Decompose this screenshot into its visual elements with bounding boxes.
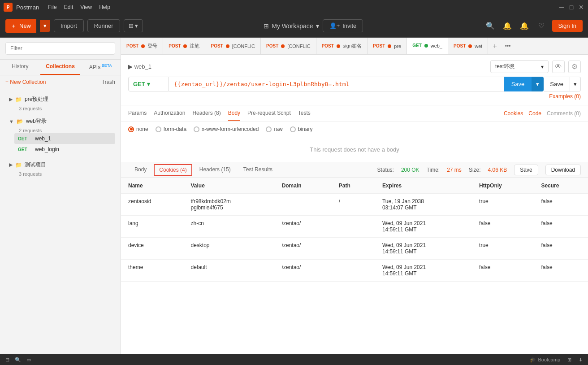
console-icon[interactable]: ⊟: [5, 357, 9, 363]
req-tab-tests[interactable]: Tests: [298, 106, 311, 121]
tab-1[interactable]: POST 注笔: [163, 38, 205, 54]
collection-test-header[interactable]: ▶ 📁 测试项目: [5, 158, 115, 171]
table-row: device desktop /zentao/ Wed, 09 Jun 2021…: [121, 238, 588, 260]
req-tab-authorization[interactable]: Authorization: [154, 106, 185, 121]
signin-button[interactable]: Sign In: [552, 20, 583, 32]
cookie-domain-0: [275, 194, 332, 216]
close-button[interactable]: ✕: [578, 4, 584, 10]
download-button[interactable]: Download: [545, 165, 581, 175]
comments-link[interactable]: Comments (0): [547, 110, 581, 117]
new-button[interactable]: ＋ New: [5, 19, 36, 33]
req-tab-body[interactable]: Body: [228, 106, 240, 121]
maximize-button[interactable]: □: [568, 4, 575, 10]
cookies-link[interactable]: Cookies: [504, 110, 523, 117]
titlebar: P Postman File Edit View Help ─ □ ✕: [0, 0, 588, 14]
tab-dot-7: [468, 44, 472, 48]
heart-icon-button[interactable]: ♡: [535, 20, 548, 32]
statusbar-left: ⊟ 🔍 ▭: [5, 357, 31, 363]
tab-2[interactable]: POST [CONFLIC: [205, 38, 261, 54]
send-dropdown-button[interactable]: ▾: [532, 77, 544, 91]
req-tab-pre-request[interactable]: Pre-request Script: [247, 106, 291, 121]
folder-icon2: 📁: [15, 162, 22, 168]
req-tab-headers[interactable]: Headers (8): [192, 106, 220, 121]
bootcamp-label[interactable]: 🎓 Bootcamp: [530, 357, 560, 363]
body-option-form-data[interactable]: form-data: [156, 126, 186, 132]
resp-tab-test-results[interactable]: Test Results: [237, 163, 279, 177]
layout-button[interactable]: ⊞ ▾: [124, 19, 143, 32]
layout-icon[interactable]: ⊞: [567, 357, 571, 363]
radio-binary: [290, 126, 296, 132]
no-body-message: This request does not have a body: [121, 137, 588, 162]
toolbar-right: 🔍 🔔 🔔 ♡ Sign In: [484, 20, 583, 32]
req-tab-params[interactable]: Params: [128, 106, 147, 121]
search-icon-button[interactable]: 🔍: [484, 20, 497, 32]
notifications-icon-button[interactable]: 🔔: [501, 20, 514, 32]
app-logo: P: [4, 3, 13, 12]
runner-button[interactable]: Runner: [87, 19, 120, 32]
tabs-bar: POST 登号 POST 注笔 POST [CONFLIC POST [CONF…: [121, 38, 588, 55]
new-dropdown-button[interactable]: ▾: [40, 20, 50, 32]
save-button[interactable]: Save: [544, 77, 570, 91]
resp-tab-cookies[interactable]: Cookies (4): [154, 164, 192, 176]
code-link[interactable]: Code: [528, 110, 541, 117]
tab-collections[interactable]: Collections: [40, 60, 81, 75]
save-dropdown-button[interactable]: ▾: [570, 77, 581, 91]
body-option-raw[interactable]: raw: [266, 126, 282, 132]
search-status-icon[interactable]: 🔍: [15, 357, 21, 363]
sidebar-actions: + New Collection Trash: [0, 75, 121, 89]
search-input[interactable]: [5, 42, 115, 55]
tab-add-button[interactable]: +: [488, 42, 501, 50]
import-button[interactable]: Import: [54, 19, 84, 32]
workspace-button[interactable]: ⊞ My Workspace ▾: [264, 22, 319, 30]
tab-dot-5: [388, 44, 391, 48]
plus-icon: ＋: [11, 22, 17, 30]
tab-history[interactable]: History: [0, 60, 40, 75]
env-selector[interactable]: test环境 ▾: [490, 60, 549, 73]
eye-button[interactable]: 👁: [552, 61, 565, 73]
chevron-right-icon2: ▶: [9, 162, 13, 168]
trash-button[interactable]: Trash: [102, 79, 115, 85]
cookie-httponly-3: false: [472, 260, 534, 282]
body-option-binary[interactable]: binary: [290, 126, 313, 132]
download-status-icon[interactable]: ⬇: [579, 357, 583, 363]
status-value: 200 OK: [401, 167, 419, 173]
tab-5[interactable]: POST pre: [368, 38, 407, 54]
save-response-button[interactable]: Save: [514, 165, 538, 175]
cookie-expires-1: Wed, 09 Jun 202114:59:11 GMT: [375, 216, 472, 238]
tab-4[interactable]: POST sign签名: [316, 38, 368, 54]
collection-web-requests: GET web_1 GET web_login: [5, 133, 115, 155]
url-input[interactable]: [169, 77, 504, 91]
body-option-urlencoded[interactable]: x-www-form-urlencoded: [194, 126, 259, 132]
tab-3[interactable]: POST [CONFLIC: [261, 38, 316, 54]
collection-pre-header[interactable]: ▶ 📁 pre预处理: [5, 93, 115, 106]
menu-file[interactable]: File: [48, 4, 56, 10]
body-option-none[interactable]: none: [128, 126, 148, 132]
method-select[interactable]: GET ▾: [128, 77, 169, 91]
terminal-icon[interactable]: ▭: [26, 357, 31, 363]
tab-7[interactable]: POST wet: [448, 38, 488, 54]
invite-button[interactable]: 👤+ Invite: [323, 19, 363, 32]
alerts-icon-button[interactable]: 🔔: [518, 20, 531, 32]
sidebar-content: ▶ 📁 pre预处理 3 requests ▼ 📂 web登录 2 reques…: [0, 89, 121, 354]
minimize-button[interactable]: ─: [558, 4, 565, 10]
send-button[interactable]: Save: [504, 77, 532, 91]
tab-0[interactable]: POST 登号: [121, 38, 163, 54]
tab-more-button[interactable]: •••: [502, 43, 514, 49]
tab-dot-4: [337, 44, 340, 48]
examples-link[interactable]: Examples (0): [549, 93, 581, 100]
tab-apis[interactable]: APIs: [80, 60, 121, 75]
menu-edit[interactable]: Edit: [64, 4, 74, 10]
menu-help[interactable]: Help: [99, 4, 110, 10]
menu-view[interactable]: View: [80, 4, 92, 10]
request-web-login[interactable]: GET web_login: [14, 144, 115, 155]
new-collection-button[interactable]: + New Collection: [5, 79, 46, 85]
response-area: Body Cookies (4) Headers (15) Test Resul…: [121, 162, 588, 354]
resp-tab-body[interactable]: Body: [128, 163, 153, 177]
request-web1[interactable]: GET web_1: [14, 133, 115, 144]
window-controls: ─ □ ✕: [558, 4, 584, 10]
collection-web-header[interactable]: ▼ 📂 web登录: [5, 115, 115, 128]
tab-6[interactable]: GET web_: [407, 38, 448, 54]
tab-dot-3: [281, 44, 285, 48]
resp-tab-headers[interactable]: Headers (15): [193, 163, 237, 177]
settings-button[interactable]: ⚙: [568, 61, 581, 73]
